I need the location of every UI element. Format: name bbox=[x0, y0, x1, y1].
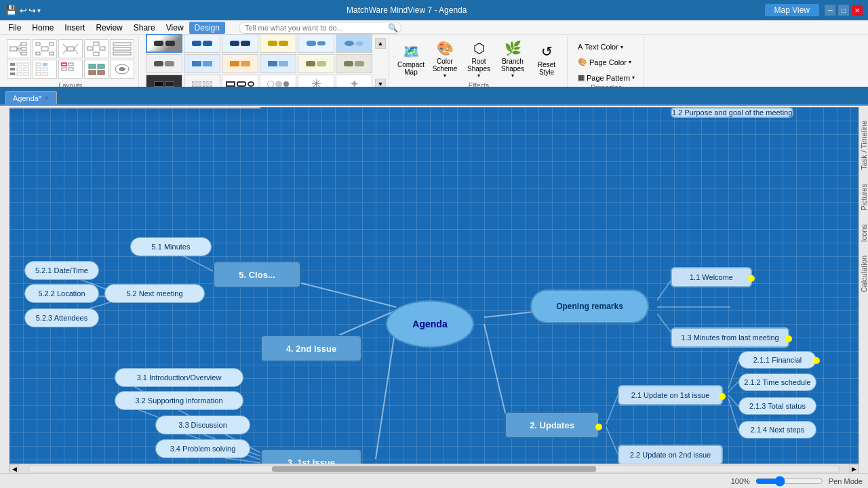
minimize-btn[interactable]: ─ bbox=[825, 5, 835, 16]
n522-node[interactable]: 5.2.2 Location bbox=[24, 284, 99, 303]
n33-node[interactable]: 3.3 Discussion bbox=[155, 415, 250, 434]
style-swatch-4[interactable] bbox=[260, 34, 296, 53]
reset-style-btn[interactable]: ↺ Reset Style bbox=[530, 41, 563, 79]
branch-shapes-btn[interactable]: 🌿 Branch Shapes ▾ bbox=[496, 41, 529, 79]
center-node[interactable]: Agenda bbox=[386, 300, 474, 348]
svg-line-65 bbox=[728, 399, 738, 431]
n4-node[interactable]: 4. 2nd Issue bbox=[260, 335, 362, 362]
page-pattern-dropdown[interactable]: ▾ bbox=[632, 75, 635, 81]
h-scrollbar[interactable]: ◀ ▶ bbox=[9, 464, 859, 473]
color-scheme-btn[interactable]: 🎨 Color Scheme ▾ bbox=[429, 41, 461, 79]
n2-label: 2. Updates bbox=[530, 420, 574, 430]
n212-node[interactable]: 2.1.2 Time schedule bbox=[738, 373, 816, 391]
layout-3[interactable] bbox=[58, 39, 83, 58]
agenda-tab-close[interactable]: ✕ bbox=[44, 95, 50, 102]
right-panel-task[interactable]: Task / Timeline bbox=[860, 121, 868, 170]
svg-rect-43 bbox=[89, 64, 96, 68]
style-picker-dropdown[interactable] bbox=[9, 107, 260, 108]
style-swatch-8[interactable] bbox=[184, 54, 220, 73]
quick-access-save[interactable]: 💾 bbox=[5, 5, 17, 16]
n51-node[interactable]: 5.1 Minutes bbox=[130, 237, 212, 256]
svg-rect-46 bbox=[98, 70, 104, 75]
root-shapes-btn[interactable]: ⬡ Root Shapes ▾ bbox=[462, 41, 495, 79]
layout-2[interactable] bbox=[33, 39, 57, 58]
n52-node[interactable]: 5.2 Next meeting bbox=[104, 284, 205, 303]
n5-node[interactable]: 5. Clos... bbox=[213, 261, 301, 288]
n34-node[interactable]: 3.4 Problem solving bbox=[155, 439, 250, 458]
opening-remarks-node[interactable]: Opening remarks bbox=[530, 289, 649, 323]
n523-node[interactable]: 5.2.3 Attendees bbox=[24, 308, 99, 327]
n22-node[interactable]: 2.2 Update on 2nd issue bbox=[618, 445, 723, 465]
n32-node[interactable]: 3.2 Supporting information bbox=[115, 391, 243, 410]
n2-connector bbox=[595, 424, 602, 430]
text-color-btn[interactable]: A Text Color ▾ bbox=[573, 41, 639, 53]
agenda-tab[interactable]: Agenda* ✕ bbox=[5, 91, 57, 104]
close-btn[interactable]: ✕ bbox=[852, 5, 863, 16]
scroll-right-btn[interactable]: ▶ bbox=[849, 464, 859, 474]
maximize-btn[interactable]: □ bbox=[838, 5, 849, 16]
right-panel-icons[interactable]: Icons bbox=[860, 224, 868, 242]
n31-node[interactable]: 3.1 Introduction/Overview bbox=[115, 368, 243, 387]
layout-10[interactable] bbox=[110, 60, 134, 79]
redo-btn[interactable]: ↪ bbox=[28, 5, 36, 16]
n213-node[interactable]: 2.1.3 Total status bbox=[738, 397, 816, 415]
svg-line-60 bbox=[606, 395, 618, 424]
layout-8[interactable] bbox=[58, 60, 83, 79]
qat-dropdown[interactable]: ▾ bbox=[37, 7, 41, 14]
style-swatch-5[interactable] bbox=[298, 34, 334, 53]
n21-node[interactable]: 2.1 Update on 1st issue bbox=[618, 385, 723, 405]
n33-label: 3.3 Discussion bbox=[178, 421, 227, 429]
svg-line-63 bbox=[728, 382, 738, 392]
text-color-dropdown[interactable]: ▾ bbox=[620, 44, 623, 50]
n13-node[interactable]: 1.3 Minutes from last meeting bbox=[671, 327, 789, 348]
menu-insert[interactable]: Insert bbox=[59, 22, 90, 34]
layout-5[interactable] bbox=[110, 39, 134, 58]
style-swatch-2[interactable] bbox=[184, 34, 220, 53]
page-color-btn[interactable]: 🎨 Page Color ▾ bbox=[573, 56, 639, 68]
scroll-track[interactable] bbox=[28, 466, 840, 472]
n2-node[interactable]: 2. Updates bbox=[505, 411, 599, 439]
undo-btn[interactable]: ↩ bbox=[20, 5, 27, 16]
n13-label: 1.3 Minutes from last meeting bbox=[681, 333, 778, 342]
scroll-left-btn[interactable]: ◀ bbox=[9, 464, 19, 474]
menu-home[interactable]: Home bbox=[26, 22, 59, 34]
right-panel-calc[interactable]: Calculation bbox=[860, 256, 868, 292]
style-swatch-12[interactable] bbox=[336, 54, 372, 73]
style-swatch-11[interactable] bbox=[298, 54, 334, 73]
menu-review[interactable]: Review bbox=[90, 22, 127, 34]
style-swatch-9[interactable] bbox=[222, 54, 258, 73]
svg-rect-34 bbox=[43, 63, 47, 66]
n11-node[interactable]: 1.1 Welcome bbox=[671, 267, 752, 287]
n211-node[interactable]: 2.1.1 Financial bbox=[738, 351, 816, 369]
svg-rect-41 bbox=[68, 63, 73, 66]
layout-1[interactable] bbox=[7, 39, 31, 58]
right-panel-pictures[interactable]: Pictures bbox=[860, 184, 868, 211]
layout-9[interactable] bbox=[84, 60, 108, 79]
style-swatch-6[interactable] bbox=[336, 34, 372, 53]
zoom-percent: 100% bbox=[731, 477, 750, 485]
n213-label: 2.1.3 Total status bbox=[749, 402, 806, 410]
page-color-dropdown[interactable]: ▾ bbox=[629, 59, 631, 65]
svg-rect-37 bbox=[36, 73, 41, 75]
map-view-tab[interactable]: Map View bbox=[765, 4, 819, 16]
style-swatches-area[interactable]: ✳ ✦ ▲ ▼ bbox=[140, 37, 389, 91]
scroll-thumb[interactable] bbox=[272, 466, 596, 472]
layout-7[interactable] bbox=[33, 60, 57, 79]
style-swatch-3[interactable] bbox=[222, 34, 258, 53]
style-swatch-1[interactable] bbox=[146, 34, 182, 53]
page-pattern-btn[interactable]: ▦ Page Pattern ▾ bbox=[573, 71, 639, 84]
n521-node[interactable]: 5.2.1 Date/Time bbox=[24, 261, 99, 280]
style-swatch-10[interactable] bbox=[260, 54, 296, 73]
color-scheme-icon: 🎨 bbox=[437, 40, 454, 56]
n12-node[interactable]: 1.2 Purpose and goal of the meeting bbox=[671, 107, 793, 118]
page-pattern-icon: ▦ bbox=[578, 73, 585, 82]
ribbon-group-effects: 🗺️ Compact Map 🎨 Color Scheme ▾ ⬡ Root S… bbox=[391, 37, 568, 91]
layout-4[interactable] bbox=[84, 39, 108, 58]
style-swatch-7[interactable] bbox=[146, 54, 182, 73]
menu-file[interactable]: File bbox=[3, 22, 26, 34]
layout-6[interactable] bbox=[7, 60, 31, 79]
compact-map-btn[interactable]: 🗺️ Compact Map bbox=[395, 41, 427, 79]
n214-node[interactable]: 2.1.4 Next steps bbox=[738, 421, 816, 439]
zoom-slider[interactable] bbox=[755, 476, 823, 487]
swatch-scroll-up[interactable]: ▲ bbox=[375, 38, 386, 49]
